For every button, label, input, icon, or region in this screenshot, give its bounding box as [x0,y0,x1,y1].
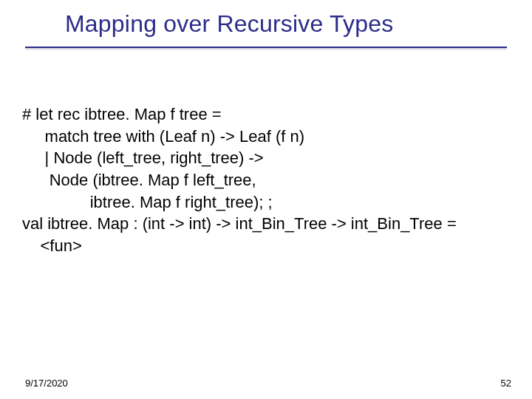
code-line-5: ibtree. Map f right_tree); ; [22,191,510,214]
code-line-1: # let rec ibtree. Map f tree = [22,103,510,126]
code-line-6: val ibtree. Map : (int -> int) -> int_Bi… [22,213,510,235]
code-line-3: | Node (left_tree, right_tree) -> [22,147,510,169]
footer-date: 9/17/2020 [25,378,68,389]
code-line-7: <fun> [22,235,510,257]
title-wrap: Mapping over Recursive Types [65,10,502,38]
title-underline [25,47,507,48]
slide: Mapping over Recursive Types # let rec i… [0,0,532,399]
code-line-2: match tree with (Leaf n) -> Leaf (f n) [22,126,510,148]
slide-body: # let rec ibtree. Map f tree = match tre… [22,103,510,257]
code-line-4: Node (ibtree. Map f left_tree, [22,169,510,191]
slide-title: Mapping over Recursive Types [65,10,502,38]
footer-page-number: 52 [501,378,511,389]
